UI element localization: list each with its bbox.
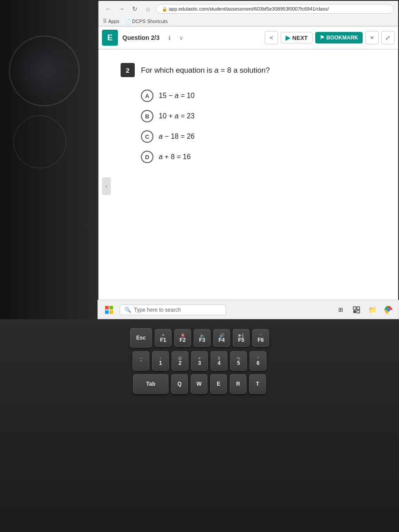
browser-nav: ← → ↻ ⌂ 🔒 app.edulastic.com/student/asse… (98, 1, 398, 17)
question-nav: Question 2/3 ℹ ∨ (122, 31, 262, 44)
key-f6-label: F6 (258, 337, 264, 343)
apps-label: Apps (108, 19, 119, 24)
logo-letter: E (107, 33, 113, 43)
search-icon: 🔍 (125, 307, 131, 313)
option-b-equation: 10 + a = 23 (159, 112, 195, 120)
taskbar: 🔍 Type here to search ⊞ 📁 (98, 300, 399, 319)
svg-rect-3 (110, 310, 113, 314)
option-b[interactable]: B 10 + a = 23 (141, 110, 376, 122)
option-a[interactable]: A 15 − a = 10 (141, 90, 376, 102)
keyboard-area: Esc ☀ F1 🔇 F2 🔈 F3 🔊 F4 ▶|| F5 * F6 ~ (0, 319, 399, 532)
info-button[interactable]: ℹ (163, 31, 176, 44)
next-button[interactable]: ▶ NEXT (281, 32, 313, 43)
dropdown-button[interactable]: ∨ (179, 35, 184, 41)
key-esc-label: Esc (136, 335, 145, 340)
chrome-icon[interactable] (382, 304, 395, 316)
option-d-letter: D (145, 154, 149, 160)
key-5[interactable]: % 5 (230, 351, 247, 371)
bookmark-apps[interactable]: ⠿ Apps (103, 18, 119, 24)
fullscreen-button[interactable]: ⤢ (381, 31, 395, 44)
task-view-icon[interactable]: ⊞ (334, 304, 347, 316)
svg-rect-2 (105, 310, 109, 314)
question-text-part1: For which equation is (141, 66, 214, 74)
taskbar-search[interactable]: 🔍 Type here to search (120, 305, 226, 315)
next-arrow-icon: ▶ (286, 34, 290, 41)
laptop-frame-left (0, 0, 98, 319)
option-a-equation: 15 − a = 10 (159, 92, 195, 100)
key-f6[interactable]: * F6 (252, 329, 269, 347)
key-tab[interactable]: Tab (133, 374, 168, 394)
key-f5-label: F5 (238, 337, 244, 343)
question-text: For which equation is a = 8 a solution? (141, 65, 270, 76)
prev-question-button[interactable]: < (265, 31, 278, 44)
taskbar-icon-2[interactable] (350, 304, 363, 316)
lock-icon: 🔒 (162, 7, 167, 12)
key-f4[interactable]: 🔊 F4 (213, 329, 230, 347)
option-c[interactable]: C a − 18 = 26 (141, 130, 376, 143)
back-button[interactable]: ← (103, 4, 113, 14)
folder-icon[interactable]: 📁 (366, 304, 379, 316)
key-backtick[interactable]: ~ ` (133, 351, 149, 371)
key-w[interactable]: W (191, 374, 207, 394)
svg-rect-1 (110, 306, 113, 309)
option-d-equation: a + 8 = 16 (159, 153, 191, 161)
address-bar[interactable]: 🔒 app.edulastic.com/student/assessment/6… (156, 4, 394, 14)
key-r[interactable]: R (230, 374, 246, 394)
svg-rect-5 (357, 307, 360, 309)
key-q[interactable]: Q (171, 374, 188, 394)
option-a-letter: A (145, 93, 149, 99)
question-label: Question 2/3 (122, 34, 160, 41)
dcps-page-icon: 📄 (125, 19, 131, 24)
refresh-button[interactable]: ↻ (129, 4, 140, 14)
number-row: ~ ` ! 1 @ 2 # 3 $ 4 % 5 ^ 6 (133, 351, 266, 371)
question-number: 2 (126, 66, 129, 74)
key-4[interactable]: $ 4 (211, 351, 227, 371)
option-d[interactable]: D a + 8 = 16 (141, 151, 376, 163)
taskbar-right: ⊞ 📁 (334, 304, 395, 316)
dcps-label: DCPS Shortcuts (132, 19, 168, 24)
question-text-part2: = 8 a solution? (219, 66, 270, 74)
windows-start-button[interactable] (102, 303, 116, 317)
option-c-letter: C (145, 133, 149, 140)
bookmark-label: BOOKMARK (326, 35, 358, 41)
function-row: Esc ☀ F1 🔇 F2 🔈 F3 🔊 F4 ▶|| F5 * F6 (130, 328, 269, 348)
option-c-equation: a − 18 = 26 (159, 133, 195, 141)
close-button[interactable]: × (365, 31, 379, 44)
next-label: NEXT (292, 35, 308, 41)
svg-rect-7 (357, 310, 360, 313)
key-2[interactable]: @ 2 (172, 351, 188, 371)
svg-rect-4 (353, 307, 356, 309)
url-text: app.edulastic.com/student/assessment/603… (169, 6, 329, 12)
key-f2[interactable]: 🔇 F2 (174, 329, 191, 347)
key-f3[interactable]: 🔈 F3 (194, 329, 211, 347)
key-6[interactable]: ^ 6 (250, 351, 266, 371)
question-number-badge: 2 (121, 63, 135, 77)
key-t[interactable]: T (249, 374, 266, 394)
option-b-letter: B (145, 113, 149, 120)
svg-rect-6 (353, 310, 356, 313)
bookmarks-bar: ⠿ Apps 📄 DCPS Shortcuts (98, 17, 398, 26)
key-e[interactable]: E (210, 374, 227, 394)
option-c-circle: C (141, 130, 153, 143)
key-f1-label: F1 (160, 337, 166, 343)
question-header: 2 For which equation is a = 8 a solution… (121, 63, 376, 77)
bookmark-button[interactable]: ⚑ BOOKMARK (315, 32, 363, 43)
key-f3-label: F3 (199, 337, 205, 343)
decorative-circle-1 (9, 35, 80, 106)
key-f1[interactable]: ☀ F1 (155, 329, 172, 347)
bookmark-flag-icon: ⚑ (320, 35, 325, 41)
key-1[interactable]: ! 1 (152, 351, 169, 371)
question-variable: a (214, 66, 218, 74)
key-3[interactable]: # 3 (191, 351, 208, 371)
home-button[interactable]: ⌂ (143, 4, 153, 14)
app-logo: E (102, 30, 118, 46)
apps-grid-icon: ⠿ (103, 18, 107, 24)
main-content: ‹ 2 For which equation is a = 8 a soluti… (98, 50, 398, 319)
option-d-circle: D (141, 151, 153, 163)
forward-button[interactable]: → (116, 4, 127, 14)
decorative-circle-2 (13, 115, 66, 168)
key-f5[interactable]: ▶|| F5 (233, 329, 250, 347)
bookmark-dcps[interactable]: 📄 DCPS Shortcuts (125, 19, 168, 24)
key-esc[interactable]: Esc (130, 328, 152, 348)
collapse-arrow[interactable]: ‹ (102, 177, 111, 195)
